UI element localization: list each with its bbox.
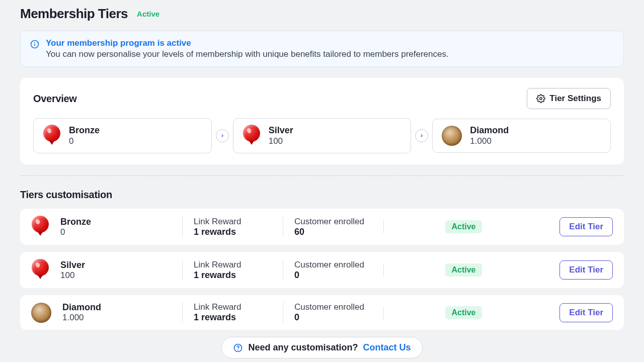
edit-tier-button[interactable]: Edit Tier [559, 303, 613, 322]
info-banner: Your membership program is active You ca… [20, 31, 624, 67]
tier-row-bronze: Bronze 0 Link Reward 1 rewards Customer … [20, 209, 624, 245]
enrolled-value: 0 [294, 312, 383, 323]
info-banner-title: Your membership program is active [46, 38, 449, 48]
overview-tier-row: Bronze 0 Silver 100 [33, 118, 611, 153]
info-icon [30, 39, 40, 49]
tier-row-silver: Silver 100 Link Reward 1 rewards Custome… [20, 252, 624, 288]
contact-us-link[interactable]: Contact Us [363, 342, 411, 353]
svg-point-2 [34, 42, 35, 43]
overview-tier-silver[interactable]: Silver 100 [233, 118, 412, 153]
edit-tier-button[interactable]: Edit Tier [559, 260, 613, 280]
enrolled-value: 0 [294, 270, 383, 281]
tier-row-name: Silver [60, 260, 85, 270]
tier-row-diamond: Diamond 1.000 Link Reward 1 rewards Cust… [20, 295, 624, 330]
customisation-title: Tiers customisation [20, 189, 624, 201]
tier-settings-button[interactable]: Tier Settings [527, 88, 611, 109]
balloon-icon [31, 259, 49, 281]
status-badge: Active [445, 306, 481, 319]
overview-tier-name: Silver [269, 125, 293, 136]
overview-tier-threshold: 1.000 [470, 136, 509, 146]
balloon-icon [43, 125, 61, 147]
status-badge: Active [445, 263, 481, 277]
gear-icon [536, 94, 545, 103]
link-reward-value: 1 rewards [194, 312, 283, 323]
tier-row-threshold: 1.000 [62, 313, 101, 323]
overview-tier-name: Bronze [69, 125, 100, 136]
program-status-badge: Active [137, 10, 159, 18]
page-title: Membership Tiers [20, 6, 128, 22]
edit-tier-button[interactable]: Edit Tier [559, 217, 613, 236]
overview-tier-bronze[interactable]: Bronze 0 [33, 118, 212, 153]
footer-question-text: Need any customisation? [248, 342, 358, 353]
tier-row-name: Bronze [60, 217, 91, 227]
enrolled-value: 60 [294, 227, 383, 237]
overview-tier-diamond[interactable]: Diamond 1.000 [432, 119, 611, 153]
overview-tier-name: Diamond [470, 125, 509, 136]
overview-tier-threshold: 0 [69, 136, 100, 146]
enrolled-label: Customer enrolled [294, 302, 383, 312]
balloon-icon [31, 216, 49, 238]
link-reward-label: Link Reward [194, 260, 283, 270]
link-reward-label: Link Reward [194, 302, 283, 312]
info-banner-description: You can now personalise your levels of m… [46, 49, 449, 59]
enrolled-label: Customer enrolled [294, 217, 383, 227]
svg-point-3 [540, 98, 542, 100]
tier-row-threshold: 100 [60, 270, 85, 281]
footer-help-pill: Need any customisation? Contact Us [221, 337, 422, 358]
tier-image-icon [31, 303, 51, 323]
enrolled-label: Customer enrolled [294, 260, 383, 270]
link-reward-value: 1 rewards [194, 227, 283, 237]
link-reward-label: Link Reward [194, 217, 283, 227]
tier-row-name: Diamond [62, 302, 101, 313]
balloon-icon [243, 125, 261, 147]
help-icon [233, 343, 243, 353]
overview-card: Overview Tier Settings Bronze 0 [20, 78, 624, 164]
chevron-right-icon [415, 129, 428, 142]
link-reward-value: 1 rewards [194, 270, 283, 281]
svg-point-5 [238, 349, 239, 350]
chevron-right-icon [216, 129, 229, 142]
section-divider [20, 175, 624, 176]
overview-tier-threshold: 100 [269, 136, 293, 146]
status-badge: Active [445, 220, 481, 233]
tier-settings-label: Tier Settings [549, 94, 601, 104]
overview-title: Overview [33, 93, 77, 105]
tier-row-threshold: 0 [60, 227, 91, 237]
page-header: Membership Tiers Active [20, 6, 624, 22]
tier-image-icon [442, 126, 462, 146]
